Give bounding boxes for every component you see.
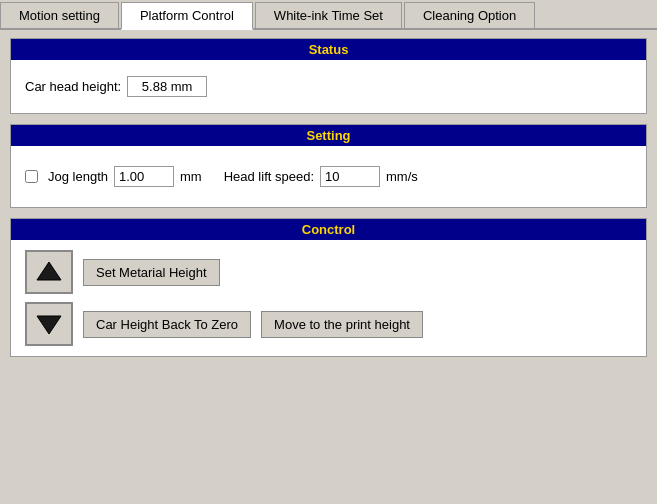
head-lift-speed-input[interactable] — [320, 166, 380, 187]
car-head-height-label: Car head height: — [25, 79, 121, 94]
tab-bar: Motion setting Platform Control White-in… — [0, 0, 657, 30]
main-content: Status Car head height: 5.88 mm Setting … — [0, 30, 657, 375]
head-lift-speed-label: Head lift speed: — [224, 169, 314, 184]
head-lift-speed-unit: mm/s — [386, 169, 418, 184]
setting-panel-header: Setting — [11, 125, 646, 146]
tab-motion-setting[interactable]: Motion setting — [0, 2, 119, 28]
status-panel-header: Status — [11, 39, 646, 60]
jog-length-label: Jog length — [48, 169, 108, 184]
down-arrow-icon — [35, 310, 63, 338]
car-head-height-value: 5.88 mm — [127, 76, 207, 97]
set-material-height-button[interactable]: Set Metarial Height — [83, 259, 220, 286]
control-row-up: Set Metarial Height — [25, 250, 632, 294]
status-panel: Status Car head height: 5.88 mm — [10, 38, 647, 114]
svg-marker-0 — [37, 262, 61, 280]
setting-panel-body: Jog length mm Head lift speed: mm/s — [11, 146, 646, 207]
control-row-down: Car Height Back To Zero Move to the prin… — [25, 302, 632, 346]
tab-cleaning-option[interactable]: Cleaning Option — [404, 2, 535, 28]
jog-length-checkbox[interactable] — [25, 170, 38, 183]
move-to-print-height-button[interactable]: Move to the print height — [261, 311, 423, 338]
control-panel-body: Set Metarial Height Car Height Back To Z… — [11, 240, 646, 356]
up-arrow-button[interactable] — [25, 250, 73, 294]
status-panel-body: Car head height: 5.88 mm — [11, 60, 646, 113]
car-height-back-button[interactable]: Car Height Back To Zero — [83, 311, 251, 338]
down-arrow-button[interactable] — [25, 302, 73, 346]
setting-panel: Setting Jog length mm Head lift speed: m… — [10, 124, 647, 208]
jog-length-input[interactable] — [114, 166, 174, 187]
car-head-height-row: Car head height: 5.88 mm — [25, 70, 632, 103]
up-arrow-icon — [35, 258, 63, 286]
svg-marker-1 — [37, 316, 61, 334]
control-panel-header: Conctrol — [11, 219, 646, 240]
tab-platform-control[interactable]: Platform Control — [121, 2, 253, 30]
control-panel: Conctrol Set Metarial Height Car Heigh — [10, 218, 647, 357]
tab-white-ink-time-set[interactable]: White-ink Time Set — [255, 2, 402, 28]
jog-length-unit: mm — [180, 169, 202, 184]
setting-row: Jog length mm Head lift speed: mm/s — [25, 156, 632, 197]
